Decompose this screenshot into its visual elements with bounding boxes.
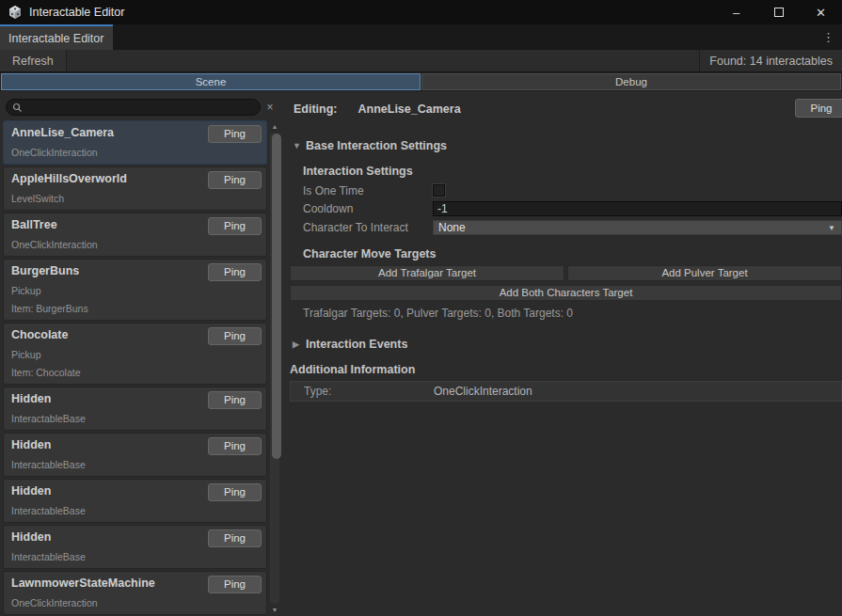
list-item[interactable]: AppleHillsOverworld LevelSwitch Ping (3, 166, 267, 211)
cooldown-input[interactable] (433, 201, 842, 216)
interactable-editor-window: Interactable Editor – ✕ Interactable Edi… (0, 0, 842, 616)
dock-tab-interactable-editor[interactable]: Interactable Editor (0, 24, 113, 50)
refresh-label: Refresh (12, 55, 54, 68)
app-cube-icon (8, 5, 23, 20)
type-value: OneClickInteraction (434, 385, 532, 398)
tab-debug[interactable]: Debug (421, 73, 841, 90)
interaction-events-foldout[interactable]: ▶ Interaction Events (290, 338, 842, 351)
base-settings-foldout[interactable]: ▼ Base Interaction Settings (290, 139, 842, 152)
refresh-button[interactable]: Refresh (0, 50, 67, 71)
interactable-list: AnneLise_Camera OneClickInteraction Ping… (3, 120, 267, 616)
interaction-events-label: Interaction Events (306, 338, 407, 351)
window-title: Interactable Editor (29, 6, 124, 19)
list-item[interactable]: Hidden InteractableBase Ping (3, 433, 267, 477)
list-item-subtitle: InteractableBase (11, 551, 259, 562)
interaction-settings-header: Interaction Settings (303, 165, 842, 178)
search-icon (12, 103, 23, 113)
list-item[interactable]: LawnmowerStateMachine OneClickInteractio… (3, 571, 267, 615)
list-item[interactable]: BurgerBuns PickupItem: BurgerBuns Ping (3, 259, 267, 321)
character-to-interact-label: Character To Interact (303, 221, 433, 234)
search-field[interactable] (6, 99, 261, 116)
list-item-subtitle: Item: BurgerBuns (11, 303, 259, 314)
close-button[interactable]: ✕ (800, 0, 842, 24)
list-item-ping-button[interactable]: Ping (208, 529, 262, 547)
kebab-icon: ⋮ (822, 30, 834, 44)
list-item-ping-button[interactable]: Ping (208, 327, 262, 345)
list-item-subtitle: LevelSwitch (11, 193, 259, 204)
list-item-subtitle: OneClickInteraction (11, 239, 259, 250)
add-pulver-target-button[interactable]: Add Pulver Target (567, 265, 842, 281)
dock-tab-strip: Interactable Editor ⋮ (0, 24, 842, 50)
add-pulver-label: Add Pulver Target (661, 267, 747, 278)
list-item-ping-button[interactable]: Ping (208, 125, 262, 143)
add-both-label: Add Both Characters Target (500, 287, 633, 298)
list-item-ping-button[interactable]: Ping (208, 217, 262, 235)
list-item-ping-button[interactable]: Ping (208, 263, 262, 281)
inspector-ping-label: Ping (810, 103, 832, 114)
base-settings-foldout-label: Base Interaction Settings (306, 139, 447, 152)
type-label: Type: (304, 385, 434, 398)
character-to-interact-dropdown[interactable]: None ▼ (433, 220, 842, 235)
targets-summary: Trafalgar Targets: 0, Pulver Targets: 0,… (303, 307, 842, 320)
list-item-subtitle: Item: Chocolate (11, 367, 259, 378)
inspector-ping-button[interactable]: Ping (795, 99, 842, 118)
inspector-panel: Editing: AnneLise_Camera Ping ▼ Base Int… (282, 91, 842, 616)
list-item-ping-button[interactable]: Ping (208, 391, 262, 409)
list-item-ping-button[interactable]: Ping (208, 437, 262, 455)
list-item-subtitle: Pickup (11, 349, 259, 360)
window-menu-button[interactable]: ⋮ (818, 24, 838, 50)
dock-tab-label: Interactable Editor (8, 32, 103, 45)
list-item-subtitle: OneClickInteraction (11, 597, 259, 608)
foldout-collapsed-icon: ▶ (293, 340, 306, 349)
is-one-time-checkbox[interactable] (433, 184, 445, 197)
list-item-ping-button[interactable]: Ping (208, 483, 262, 501)
scrollbar-track[interactable] (270, 133, 279, 604)
list-item-subtitle: InteractableBase (11, 505, 259, 516)
minimize-icon: – (733, 6, 739, 20)
cooldown-label: Cooldown (303, 202, 433, 215)
tab-scene[interactable]: Scene (1, 73, 421, 90)
list-item-ping-button[interactable]: Ping (208, 171, 262, 189)
scrollbar-thumb[interactable] (272, 134, 281, 459)
minimize-button[interactable]: – (715, 0, 757, 24)
editing-value: AnneLise_Camera (358, 103, 461, 116)
list-item[interactable]: BallTree OneClickInteraction Ping (3, 213, 267, 257)
close-icon: ✕ (816, 6, 826, 20)
toolbar: Refresh Found: 14 interactables (0, 50, 842, 72)
list-item-subtitle: InteractableBase (11, 459, 259, 470)
is-one-time-label: Is One Time (303, 184, 433, 197)
tab-debug-label: Debug (615, 76, 647, 87)
scene-list-panel: × AnneLise_Camera OneClickInteraction Pi… (0, 91, 282, 616)
additional-information-header: Additional Information (290, 363, 842, 376)
view-tab-bar: Scene Debug (0, 72, 842, 91)
found-count-label: Found: 14 interactables (699, 50, 842, 71)
scrollbar-up-icon[interactable]: ▲ (268, 120, 281, 133)
scrollbar-down-icon[interactable]: ▼ (268, 604, 281, 616)
add-trafalgar-label: Add Trafalgar Target (378, 267, 476, 278)
list-item[interactable]: Chocolate PickupItem: Chocolate Ping (3, 323, 267, 385)
list-item-subtitle: Pickup (11, 285, 259, 296)
list-item[interactable]: Hidden InteractableBase Ping (3, 525, 267, 569)
chevron-down-icon: ▼ (828, 221, 835, 235)
foldout-expanded-icon: ▼ (293, 141, 306, 150)
list-item-subtitle: OneClickInteraction (11, 147, 259, 158)
list-item[interactable]: AnneLise_Camera OneClickInteraction Ping (3, 120, 267, 165)
tab-scene-label: Scene (196, 76, 227, 87)
title-bar: Interactable Editor – ✕ (0, 0, 842, 24)
list-item[interactable]: Hidden InteractableBase Ping (3, 387, 267, 431)
maximize-button[interactable] (757, 0, 800, 24)
search-clear-icon: × (266, 101, 273, 114)
search-input[interactable] (25, 100, 256, 115)
add-trafalgar-target-button[interactable]: Add Trafalgar Target (290, 265, 564, 281)
character-move-targets-header: Character Move Targets (303, 247, 842, 261)
search-clear-button[interactable]: × (261, 101, 279, 114)
maximize-icon (774, 8, 784, 17)
list-item-ping-button[interactable]: Ping (208, 576, 262, 593)
list-item[interactable]: Hidden InteractableBase Ping (3, 479, 267, 523)
list-scrollbar[interactable]: ▲ ▼ (268, 120, 281, 616)
character-dropdown-value: None (438, 221, 466, 234)
list-item-subtitle: InteractableBase (11, 413, 259, 424)
type-info-row: Type: OneClickInteraction (290, 381, 842, 402)
editing-label: Editing: (294, 103, 338, 116)
add-both-characters-target-button[interactable]: Add Both Characters Target (290, 285, 842, 301)
